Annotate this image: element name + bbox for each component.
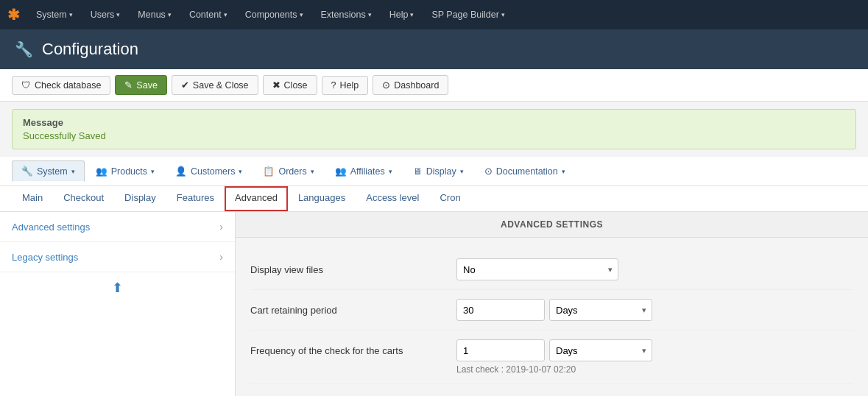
main-content: Advanced settings › Legacy settings › ⬆ … <box>0 212 868 396</box>
shield-icon: 🛡 <box>21 80 31 91</box>
sub-tabs: Main Checkout Display Features Advanced … <box>0 186 868 212</box>
up-arrow-icon: ⬆ <box>112 280 123 296</box>
sidebar-item-legacy-settings[interactable]: Legacy settings › <box>0 242 235 272</box>
setting-display-view-files: Display view files No Yes ▾ <box>250 250 853 290</box>
tab-display[interactable]: Display <box>114 186 166 211</box>
chevron-down-icon: ▾ <box>239 168 242 175</box>
comp-nav-system[interactable]: 🔧 System ▾ <box>12 160 85 182</box>
nav-components[interactable]: Components ▾ <box>238 7 311 23</box>
page-title: Configuration <box>42 40 138 59</box>
frequency-check-carts-input[interactable] <box>456 339 545 361</box>
comp-nav-display[interactable]: 🖥 Display ▾ <box>403 161 473 182</box>
frequency-check-carts-controls: Days Hours Minutes ▾ <box>456 339 853 361</box>
nav-users[interactable]: Users ▾ <box>83 7 128 23</box>
close-icon: ✖ <box>272 79 280 91</box>
nav-menus[interactable]: Menus ▾ <box>130 7 179 23</box>
affiliates-icon: 👥 <box>335 166 347 177</box>
cart-retaining-period-select[interactable]: Days Hours Minutes <box>549 299 652 321</box>
dashboard-button[interactable]: ⊙ Dashboard <box>373 75 448 95</box>
sidebar-item-advanced-settings[interactable]: Advanced settings › <box>0 212 235 242</box>
display-view-files-label: Display view files <box>250 264 456 275</box>
settings-panel-header: ADVANCED SETTINGS <box>236 212 868 238</box>
documentation-icon: ⊙ <box>484 166 493 177</box>
tab-advanced[interactable]: Advanced <box>225 186 288 211</box>
save-close-button[interactable]: ✔ Save & Close <box>172 75 258 95</box>
display-icon: 🖥 <box>413 166 423 177</box>
message-body: Successfully Saved <box>23 130 845 141</box>
frequency-check-carts-top: Frequency of the check for the carts Day… <box>250 339 853 361</box>
check-icon: ✔ <box>181 79 189 91</box>
chevron-down-icon: ▾ <box>71 168 75 175</box>
chevron-down-icon: ▾ <box>389 168 392 175</box>
check-database-button[interactable]: 🛡 Check database <box>12 76 110 95</box>
tab-main[interactable]: Main <box>12 186 53 211</box>
nav-system[interactable]: System ▾ <box>29 7 80 23</box>
cart-retaining-period-input[interactable] <box>456 299 545 321</box>
tab-access-level[interactable]: Access level <box>356 186 429 211</box>
display-view-files-controls: No Yes ▾ <box>456 258 853 280</box>
chevron-down-icon: ▾ <box>501 11 505 18</box>
setting-frequency-check-carts: Frequency of the check for the carts Day… <box>250 330 853 384</box>
nav-content[interactable]: Content ▾ <box>182 7 235 23</box>
sidebar: Advanced settings › Legacy settings › ⬆ <box>0 212 236 396</box>
save-button[interactable]: ✎ Save <box>115 75 167 95</box>
wrench-icon: 🔧 <box>21 166 33 177</box>
tab-cron[interactable]: Cron <box>429 186 470 211</box>
display-view-files-select[interactable]: No Yes <box>456 258 618 280</box>
sidebar-up-button[interactable]: ⬆ <box>0 272 235 303</box>
comp-nav-orders[interactable]: 📋 Orders ▾ <box>253 160 323 182</box>
chevron-down-icon: ▾ <box>300 11 303 18</box>
cart-retaining-period-label: Cart retaining period <box>250 305 456 316</box>
tab-languages[interactable]: Languages <box>288 186 356 211</box>
joomla-logo: ✱ <box>7 6 20 24</box>
chevron-down-icon: ▾ <box>368 11 372 18</box>
chevron-down-icon: ▾ <box>69 11 73 18</box>
chevron-down-icon: ▾ <box>116 11 120 18</box>
chevron-down-icon: ▾ <box>168 11 172 18</box>
message-box: Message Successfully Saved <box>12 109 856 149</box>
message-title: Message <box>23 117 845 128</box>
tab-checkout[interactable]: Checkout <box>53 186 114 211</box>
products-icon: 👥 <box>96 166 107 177</box>
help-icon: ? <box>331 80 336 91</box>
top-navigation: ✱ System ▾ Users ▾ Menus ▾ Content ▾ Com… <box>0 0 868 29</box>
cart-retaining-period-controls: Days Hours Minutes ▾ <box>456 299 853 321</box>
nav-help[interactable]: Help ▾ <box>382 7 422 23</box>
chevron-down-icon: ▾ <box>151 168 155 175</box>
chevron-down-icon: ▾ <box>311 168 314 175</box>
cart-retaining-period-select-wrapper: Days Hours Minutes ▾ <box>549 299 652 321</box>
chevron-down-icon: ▾ <box>460 168 464 175</box>
save-icon: ✎ <box>124 79 133 91</box>
chevron-right-icon: › <box>219 221 223 233</box>
frequency-check-carts-label: Frequency of the check for the carts <box>250 345 456 356</box>
toolbar: 🛡 Check database ✎ Save ✔ Save & Close ✖… <box>0 69 868 102</box>
help-button[interactable]: ? Help <box>322 76 369 95</box>
comp-nav-affiliates[interactable]: 👥 Affiliates ▾ <box>325 160 402 182</box>
setting-cart-retaining-period: Cart retaining period Days Hours Minutes… <box>250 290 853 330</box>
frequency-check-carts-select-wrapper: Days Hours Minutes ▾ <box>549 339 652 361</box>
last-check-note: Last check : 2019-10-07 02:20 <box>456 364 853 375</box>
tab-features[interactable]: Features <box>166 186 225 211</box>
nav-extensions[interactable]: Extensions ▾ <box>314 7 379 23</box>
customers-icon: 👤 <box>175 166 187 177</box>
comp-nav-products[interactable]: 👥 Products ▾ <box>86 160 164 182</box>
dashboard-icon: ⊙ <box>382 79 390 91</box>
chevron-down-icon: ▾ <box>224 11 227 18</box>
wrench-icon: 🔧 <box>15 40 33 58</box>
chevron-right-icon: › <box>219 251 223 263</box>
orders-icon: 📋 <box>263 166 275 177</box>
chevron-down-icon: ▾ <box>410 11 414 18</box>
component-navigation: 🔧 System ▾ 👥 Products ▾ 👤 Customers ▾ 📋 … <box>0 157 868 186</box>
close-button[interactable]: ✖ Close <box>263 75 317 95</box>
settings-body: Display view files No Yes ▾ Cart retaini… <box>236 238 868 396</box>
nav-sp-page-builder[interactable]: SP Page Builder ▾ <box>424 7 512 23</box>
comp-nav-documentation[interactable]: ⊙ Documentation ▾ <box>475 160 575 182</box>
page-header: 🔧 Configuration <box>0 29 868 69</box>
comp-nav-customers[interactable]: 👤 Customers ▾ <box>166 160 252 182</box>
settings-panel: ADVANCED SETTINGS Display view files No … <box>236 212 868 396</box>
frequency-check-carts-select[interactable]: Days Hours Minutes <box>549 339 652 361</box>
chevron-down-icon: ▾ <box>562 168 565 175</box>
display-view-files-select-wrapper: No Yes ▾ <box>456 258 618 280</box>
